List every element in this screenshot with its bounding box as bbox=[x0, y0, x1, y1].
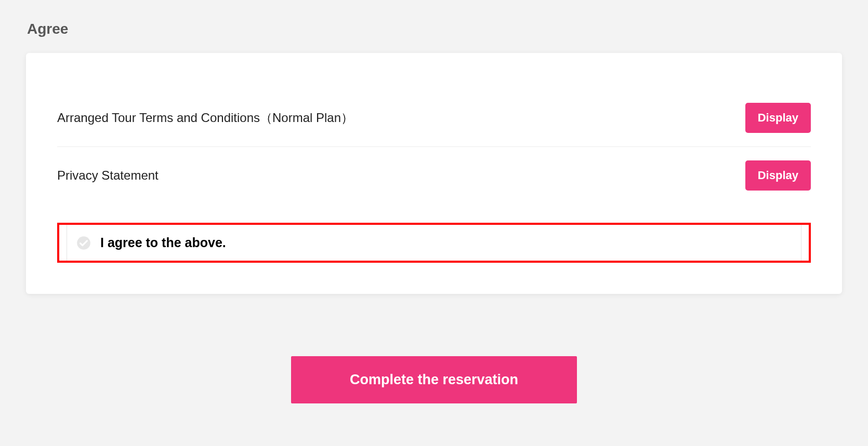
term-label: Arranged Tour Terms and Conditions（Norma… bbox=[57, 110, 353, 126]
section-title: Agree bbox=[27, 21, 842, 37]
agree-checkbox-row[interactable]: I agree to the above. bbox=[67, 225, 801, 261]
agree-highlight-box: I agree to the above. bbox=[57, 223, 811, 263]
term-label: Privacy Statement bbox=[57, 168, 159, 183]
checkbox-unchecked-icon[interactable] bbox=[76, 236, 91, 250]
term-row-privacy: Privacy Statement Display bbox=[57, 146, 811, 204]
display-button-privacy[interactable]: Display bbox=[745, 160, 811, 191]
agree-checkbox-label: I agree to the above. bbox=[100, 235, 226, 250]
svg-point-0 bbox=[77, 236, 90, 250]
agree-card: Arranged Tour Terms and Conditions（Norma… bbox=[26, 53, 842, 294]
complete-reservation-button[interactable]: Complete the reservation bbox=[291, 356, 577, 403]
term-row-arranged-tour: Arranged Tour Terms and Conditions（Norma… bbox=[57, 89, 811, 146]
display-button-arranged-tour[interactable]: Display bbox=[745, 103, 811, 133]
cta-container: Complete the reservation bbox=[26, 356, 842, 403]
